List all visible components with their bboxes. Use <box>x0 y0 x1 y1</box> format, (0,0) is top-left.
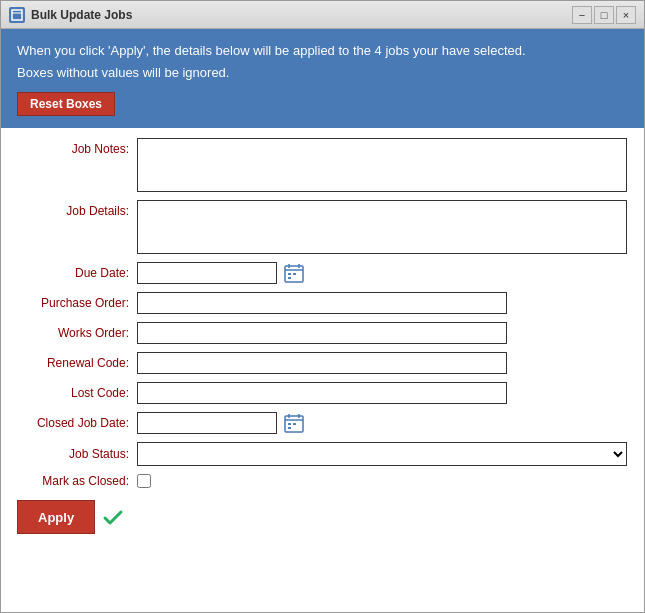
svg-rect-0 <box>12 10 22 20</box>
window-controls: − □ × <box>572 6 636 24</box>
job-details-row: Job Details: <box>17 200 628 254</box>
closed-job-date-row: Closed Job Date: <box>17 412 628 434</box>
title-bar: Bulk Update Jobs − □ × <box>1 1 644 29</box>
job-details-label: Job Details: <box>17 200 137 218</box>
header-line2: Boxes without values will be ignored. <box>17 63 628 83</box>
close-button[interactable]: × <box>616 6 636 24</box>
closed-job-date-calendar-icon[interactable] <box>283 412 305 434</box>
job-status-row: Job Status: <box>17 442 628 466</box>
mark-as-closed-row: Mark as Closed: <box>17 474 628 488</box>
window: Bulk Update Jobs − □ × When you click 'A… <box>0 0 645 613</box>
works-order-input[interactable] <box>137 322 507 344</box>
renewal-code-row: Renewal Code: <box>17 352 628 374</box>
job-notes-label: Job Notes: <box>17 138 137 156</box>
lost-code-label: Lost Code: <box>17 386 137 400</box>
works-order-label: Works Order: <box>17 326 137 340</box>
apply-button[interactable]: Apply <box>17 500 95 534</box>
purchase-order-label: Purchase Order: <box>17 296 137 310</box>
window-title: Bulk Update Jobs <box>31 8 572 22</box>
header-banner: When you click 'Apply', the details belo… <box>1 29 644 128</box>
lost-code-row: Lost Code: <box>17 382 628 404</box>
svg-rect-14 <box>293 423 296 425</box>
reset-boxes-button[interactable]: Reset Boxes <box>17 92 115 116</box>
svg-rect-13 <box>288 423 291 425</box>
closed-job-date-label: Closed Job Date: <box>17 416 137 430</box>
app-icon <box>9 7 25 23</box>
minimize-button[interactable]: − <box>572 6 592 24</box>
apply-checkmark-icon <box>101 505 125 529</box>
due-date-row: Due Date: <box>17 262 628 284</box>
job-notes-row: Job Notes: <box>17 138 628 192</box>
renewal-code-input[interactable] <box>137 352 507 374</box>
form-area: Job Notes: Job Details: Due Date: <box>1 128 644 612</box>
job-status-select[interactable] <box>137 442 627 466</box>
maximize-button[interactable]: □ <box>594 6 614 24</box>
mark-as-closed-label: Mark as Closed: <box>17 474 137 488</box>
lost-code-input[interactable] <box>137 382 507 404</box>
job-notes-input[interactable] <box>137 138 627 192</box>
svg-rect-8 <box>288 277 291 279</box>
apply-row: Apply <box>17 500 628 534</box>
job-details-input[interactable] <box>137 200 627 254</box>
purchase-order-row: Purchase Order: <box>17 292 628 314</box>
due-date-label: Due Date: <box>17 266 137 280</box>
job-status-label: Job Status: <box>17 447 137 461</box>
renewal-code-label: Renewal Code: <box>17 356 137 370</box>
closed-job-date-input[interactable] <box>137 412 277 434</box>
due-date-input[interactable] <box>137 262 277 284</box>
purchase-order-input[interactable] <box>137 292 507 314</box>
svg-rect-15 <box>288 427 291 429</box>
svg-rect-6 <box>288 273 291 275</box>
due-date-calendar-icon[interactable] <box>283 262 305 284</box>
svg-rect-7 <box>293 273 296 275</box>
mark-as-closed-checkbox[interactable] <box>137 474 151 488</box>
header-line1: When you click 'Apply', the details belo… <box>17 41 628 61</box>
works-order-row: Works Order: <box>17 322 628 344</box>
